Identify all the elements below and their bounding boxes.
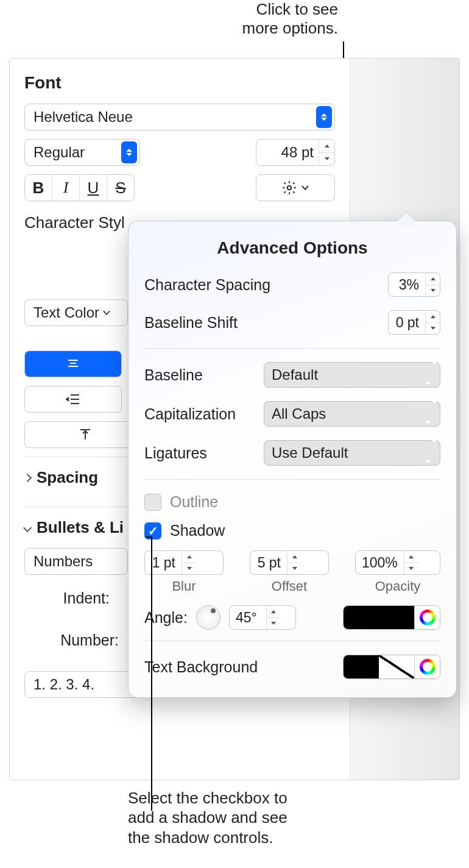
valign-top-icon: [79, 429, 91, 441]
bold-button[interactable]: B: [25, 175, 52, 201]
list-format-value: 1. 2. 3. 4.: [34, 676, 94, 693]
baseline-shift-stepper[interactable]: 0 pt: [388, 310, 440, 335]
popover-title: Advanced Options: [144, 238, 440, 258]
chevron-down-icon: [23, 523, 32, 532]
callout-leader-shadow: [151, 536, 152, 811]
text-color-button[interactable]: Text Color: [24, 299, 128, 326]
dropdown-arrows-icon: [316, 106, 332, 128]
shadow-offset-label: Offset: [250, 578, 329, 594]
color-wheel-icon: [420, 659, 436, 675]
text-align-segmented: [24, 350, 122, 377]
color-picker-button[interactable]: [414, 606, 440, 629]
shadow-opacity-stepper[interactable]: 100%: [355, 550, 440, 575]
font-style-segmented: B I U S: [24, 174, 135, 201]
shadow-offset-value: 5 pt: [250, 555, 287, 571]
font-family-value: Helvetica Neue: [34, 108, 133, 126]
spacing-label: Spacing: [37, 468, 98, 487]
chevron-down-icon: [103, 310, 110, 315]
dropdown-arrows-icon: [121, 141, 137, 163]
text-background-label: Text Background: [144, 658, 258, 676]
baseline-shift-label: Baseline Shift: [144, 314, 238, 332]
capitalization-label: Capitalization: [144, 405, 236, 423]
number-label: Number:: [24, 631, 125, 649]
font-family-select[interactable]: Helvetica Neue: [24, 104, 335, 130]
font-size-value: 48 pt: [256, 144, 319, 161]
chevron-down-icon: [301, 185, 309, 191]
shadow-label: Shadow: [170, 522, 225, 539]
text-background-color-well[interactable]: [343, 655, 440, 679]
outdent-icon: [66, 394, 80, 405]
align-left-button[interactable]: [25, 351, 121, 377]
shadow-angle-stepper[interactable]: 45°: [229, 605, 296, 630]
italic-button[interactable]: I: [52, 175, 80, 201]
advanced-options-button[interactable]: [256, 174, 335, 201]
dropdown-arrows-icon: [425, 365, 437, 385]
outline-label: Outline: [170, 493, 218, 511]
shadow-angle-value: 45°: [230, 610, 266, 626]
bullets-label: Bullets & Li: [37, 518, 124, 537]
ligatures-label: Ligatures: [144, 444, 207, 462]
strikethrough-button[interactable]: S: [107, 175, 134, 201]
font-section-title: Font: [24, 73, 335, 93]
shadow-blur-stepper[interactable]: 1 pt: [144, 550, 224, 575]
shadow-opacity-label: Opacity: [355, 578, 440, 594]
stepper-arrows-icon: [319, 140, 334, 165]
callout-shadow: Select the checkbox to add a shadow and …: [128, 788, 287, 848]
char-spacing-label: Character Spacing: [144, 276, 270, 294]
stepper-arrows-icon: [404, 551, 418, 574]
shadow-opacity-value: 100%: [356, 555, 404, 571]
stepper-arrows-icon: [266, 606, 281, 629]
font-size-stepper[interactable]: 48 pt: [256, 139, 335, 166]
color-wheel-icon: [420, 610, 436, 625]
color-picker-button[interactable]: [414, 655, 440, 678]
stepper-arrows-icon: [287, 551, 302, 574]
ligatures-select[interactable]: Use Default: [264, 440, 440, 466]
text-color-label: Text Color: [34, 304, 99, 321]
baseline-select[interactable]: Default: [264, 362, 440, 388]
stepper-arrows-icon: [425, 311, 440, 334]
chevron-right-icon: [23, 473, 32, 482]
advanced-options-popover: Advanced Options Character Spacing 3% Ba…: [128, 221, 457, 698]
list-type-value: Numbers: [34, 553, 93, 570]
shadow-blur-label: Blur: [144, 578, 224, 594]
align-center-icon: [67, 359, 79, 369]
stepper-arrows-icon: [182, 551, 196, 574]
gear-icon: [281, 180, 297, 196]
char-spacing-value: 3%: [389, 277, 425, 293]
shadow-angle-dial[interactable]: [196, 605, 220, 630]
outline-checkbox[interactable]: [144, 494, 161, 511]
svg-point-0: [287, 186, 292, 190]
indent-label: Indent:: [24, 589, 116, 607]
callout-options: Click to see more options.: [242, 0, 338, 38]
char-spacing-stepper[interactable]: 3%: [388, 272, 440, 297]
text-background-swatch: [344, 655, 414, 678]
list-type-select[interactable]: Numbers: [24, 548, 128, 575]
shadow-color-well[interactable]: [343, 605, 440, 630]
dropdown-arrows-icon: [425, 443, 437, 463]
shadow-offset-stepper[interactable]: 5 pt: [250, 550, 329, 575]
capitalization-value: All Caps: [272, 405, 326, 422]
indent-segment-button[interactable]: [24, 386, 122, 413]
capitalization-select[interactable]: All Caps: [264, 401, 440, 427]
font-style-value: Regular: [34, 144, 85, 161]
underline-button[interactable]: U: [80, 175, 107, 201]
shadow-blur-value: 1 pt: [145, 555, 182, 571]
shadow-color-swatch: [344, 606, 414, 629]
baseline-label: Baseline: [144, 366, 203, 384]
ligatures-value: Use Default: [272, 444, 348, 461]
stepper-arrows-icon: [425, 273, 440, 296]
dropdown-arrows-icon: [425, 404, 437, 424]
baseline-value: Default: [272, 366, 318, 383]
baseline-shift-value: 0 pt: [389, 315, 425, 331]
font-style-select[interactable]: Regular: [24, 139, 140, 166]
